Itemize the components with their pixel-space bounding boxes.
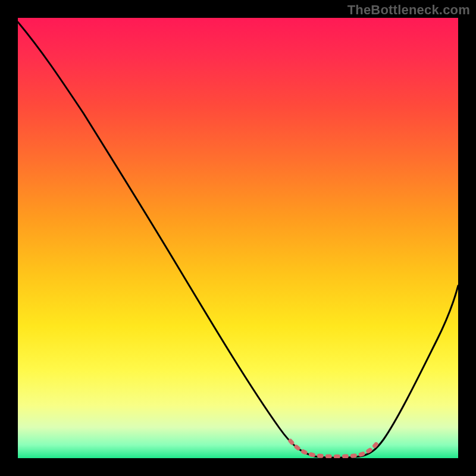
bottleneck-curve <box>18 22 458 458</box>
curve-layer <box>18 18 458 458</box>
watermark-text: TheBottleneck.com <box>347 2 470 18</box>
plot-area <box>18 18 458 458</box>
chart-frame: TheBottleneck.com <box>0 0 476 476</box>
